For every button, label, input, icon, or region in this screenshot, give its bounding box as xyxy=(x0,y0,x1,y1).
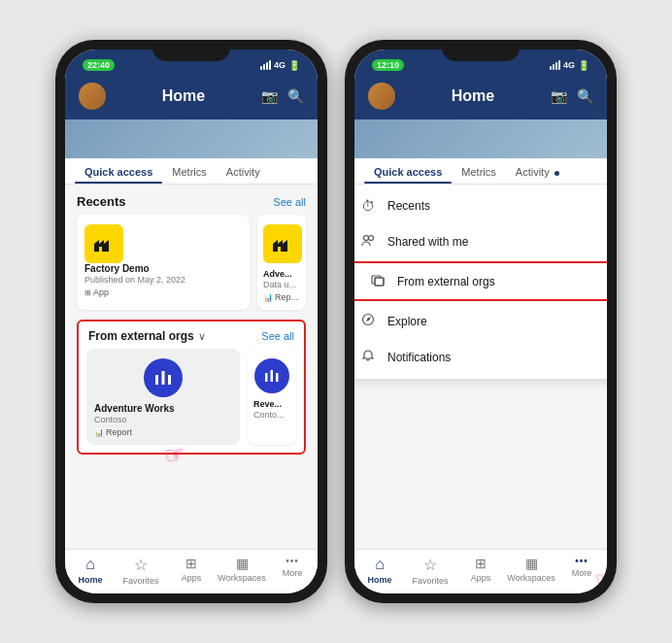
search-icon-1[interactable]: 🔍 xyxy=(287,88,304,104)
time-badge-1: 22:40 xyxy=(83,59,115,71)
signal-label-2: 4G xyxy=(563,60,575,70)
battery-icon-1: 🔋 xyxy=(288,60,300,71)
ext-title-1: From external orgs xyxy=(88,329,194,343)
bar1-2 xyxy=(550,66,552,70)
phone-2: 12:10 4G 🔋 Home xyxy=(345,40,617,603)
bottom-nav-2: ⌂ Home ☆ Favorites ⊞ Apps ▦ Workspaces •… xyxy=(354,549,607,593)
dropdown-notifications[interactable]: Notifications xyxy=(354,339,607,375)
factory-demo-name: Factory Demo xyxy=(84,263,242,274)
dropdown-recents[interactable]: ⏱ Recents xyxy=(354,188,607,223)
tab-quick-access-2[interactable]: Quick access xyxy=(364,158,452,184)
more-icon-1: ••• xyxy=(286,556,299,566)
shared-dd-icon xyxy=(360,233,376,250)
more-label-1: More xyxy=(283,568,303,578)
status-right-1: 4G 🔋 xyxy=(260,60,300,71)
bar3 xyxy=(266,62,268,70)
adve-type: 📊 Rep... xyxy=(263,292,300,302)
svg-rect-3 xyxy=(278,247,281,252)
tab-metrics-1[interactable]: Metrics xyxy=(162,158,216,184)
avatar-2 xyxy=(368,83,395,110)
dropdown-external[interactable]: From external orgs xyxy=(354,263,607,299)
adve-card-partial: Adve... Data u... 📊 Rep... xyxy=(257,215,306,310)
ext-header-1: From external orgs ∨ See all xyxy=(86,327,296,349)
apps-label-1: Apps xyxy=(182,573,202,583)
dropdown-shared[interactable]: Shared with me xyxy=(354,223,607,259)
svg-rect-7 xyxy=(265,373,268,382)
nav-home-1[interactable]: ⌂ Home xyxy=(65,556,116,586)
workspaces-icon-2: ▦ xyxy=(525,556,538,571)
favorites-label-1: Favorites xyxy=(122,576,158,586)
phones-container: 22:40 4G 🔋 Home xyxy=(55,40,617,603)
recents-see-all-1[interactable]: See all xyxy=(273,196,306,208)
app-header-2: Home 📷 🔍 xyxy=(354,77,607,119)
tab-quick-access-1[interactable]: Quick access xyxy=(75,158,162,184)
camera-icon-1[interactable]: 📷 xyxy=(261,88,278,104)
favorites-label-2: Favorites xyxy=(412,576,448,586)
nav-home-2[interactable]: ⌂ Home xyxy=(354,556,405,586)
tab-metrics-2[interactable]: Metrics xyxy=(452,158,505,184)
adve-sub: Data u... xyxy=(263,280,300,289)
content-1: Recents See all Fa xyxy=(65,185,318,549)
bar4-2 xyxy=(558,60,560,70)
adventure-works-name: Adventure Works xyxy=(94,403,232,414)
svg-rect-9 xyxy=(276,373,279,382)
search-icon-2[interactable]: 🔍 xyxy=(577,88,593,104)
adventure-works-card[interactable]: Adventure Works Contoso 📊 Report xyxy=(86,349,240,445)
reve-icon xyxy=(254,358,289,393)
factory-icon xyxy=(84,224,123,263)
apps-icon-2: ⊞ xyxy=(475,556,487,571)
tab-activity-2[interactable]: Activity xyxy=(506,158,569,184)
notch-1 xyxy=(152,40,230,61)
screen-1: 22:40 4G 🔋 Home xyxy=(65,50,318,593)
signal-bars-2 xyxy=(550,60,560,70)
nav-favorites-1[interactable]: ☆ Favorites xyxy=(116,556,166,586)
external-orgs-highlighted: From external orgs xyxy=(354,261,607,301)
battery-icon-2: 🔋 xyxy=(578,60,589,71)
workspaces-label-2: Workspaces xyxy=(507,573,554,583)
content-2: Recents See all Fa xyxy=(354,185,607,549)
apps-icon-1: ⊞ xyxy=(185,556,197,571)
workspaces-icon-1: ▦ xyxy=(236,556,249,571)
svg-rect-6 xyxy=(168,375,171,385)
header-title-2: Home xyxy=(452,87,494,105)
factory-demo-sub: Published on May 2, 2022 xyxy=(84,275,242,285)
app-header-1: Home 📷 🔍 xyxy=(65,77,318,119)
avatar-1 xyxy=(79,83,106,110)
camera-icon-2[interactable]: 📷 xyxy=(551,88,567,104)
tabs-1: Quick access Metrics Activity xyxy=(65,158,318,185)
factory-demo-card[interactable]: Factory Demo Published on May 2, 2022 ⊞ … xyxy=(77,215,250,310)
recents-dd-icon: ⏱ xyxy=(360,198,376,214)
tabs-2: Quick access Metrics Activity xyxy=(354,158,607,185)
dropdown-menu-2: ⏱ Recents Shared with me xyxy=(354,185,607,379)
cursor-hand-2: ☞ xyxy=(592,564,607,592)
bottom-nav-1: ⌂ Home ☆ Favorites ⊞ Apps ▦ Workspaces •… xyxy=(65,549,318,593)
home-icon-2: ⌂ xyxy=(375,556,385,573)
svg-rect-1 xyxy=(99,247,102,252)
nav-apps-1[interactable]: ⊞ Apps xyxy=(166,556,217,586)
recents-title-1: Recents xyxy=(77,194,126,209)
bar2-2 xyxy=(553,64,554,70)
nav-favorites-2[interactable]: ☆ Favorites xyxy=(405,556,455,586)
apps-label-2: Apps xyxy=(471,573,491,583)
nav-workspaces-1[interactable]: ▦ Workspaces xyxy=(217,556,267,586)
adventure-works-type: 📊 Report xyxy=(94,427,232,437)
notifications-dd-icon xyxy=(360,349,376,365)
svg-rect-17 xyxy=(375,278,384,286)
tab-activity-1[interactable]: Activity xyxy=(217,158,270,184)
screen-2: 12:10 4G 🔋 Home xyxy=(354,50,607,593)
chevron-icon-1[interactable]: ∨ xyxy=(198,330,206,343)
adve-name: Adve... xyxy=(263,269,300,279)
nav-apps-2[interactable]: ⊞ Apps xyxy=(455,556,506,586)
status-right-2: 4G 🔋 xyxy=(550,60,589,71)
header-icons-2: 📷 🔍 xyxy=(551,88,593,104)
nav-workspaces-2[interactable]: ▦ Workspaces xyxy=(506,556,556,586)
reve-name: Reve... xyxy=(253,399,290,409)
workspaces-label-1: Workspaces xyxy=(218,573,265,583)
ext-see-all-1[interactable]: See all xyxy=(261,330,294,342)
nav-more-2[interactable]: ••• More ☞ xyxy=(556,556,607,586)
bar1 xyxy=(260,66,262,70)
signal-bars-1 xyxy=(260,60,271,70)
recents-cards-1: Factory Demo Published on May 2, 2022 ⊞ … xyxy=(77,215,306,310)
dropdown-explore[interactable]: Explore xyxy=(354,303,607,339)
nav-more-1[interactable]: ••• More xyxy=(267,556,318,586)
